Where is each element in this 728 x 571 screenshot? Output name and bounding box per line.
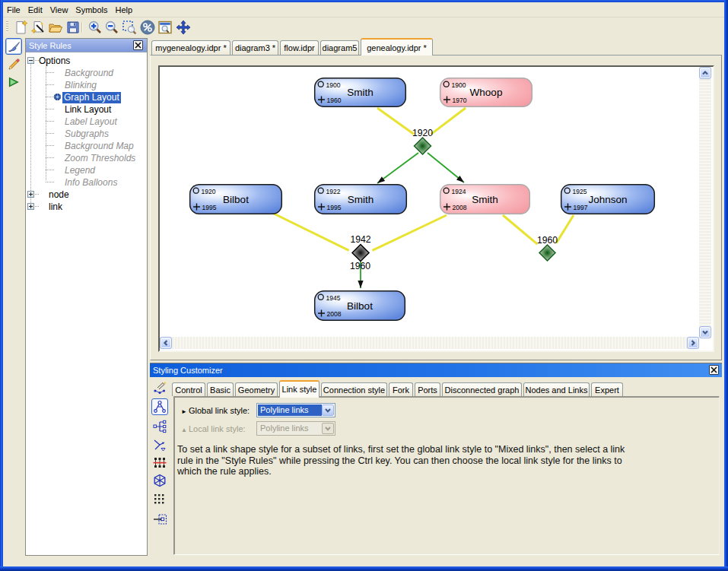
customizer-tab-expert[interactable]: Expert — [591, 382, 623, 396]
customizer-tab-connection-style[interactable]: Connection style — [321, 382, 387, 396]
customizer-tab-geometry[interactable]: Geometry — [235, 382, 278, 396]
customizer-tab-control[interactable]: Control — [172, 382, 205, 396]
scroll-up-button[interactable] — [699, 67, 711, 79]
menu-view[interactable]: View — [46, 2, 72, 17]
zoom-in-button[interactable] — [87, 20, 103, 35]
pan-button[interactable] — [176, 20, 191, 35]
document-tab-flow.idpr[interactable]: flow.idpr — [280, 40, 319, 55]
tree-item-node[interactable]: node — [26, 189, 147, 201]
grid-layout-button[interactable] — [152, 490, 167, 506]
zoom-out-button[interactable] — [104, 20, 119, 35]
menu-file[interactable]: File — [3, 2, 24, 17]
tree-item-background-map[interactable]: Background Map — [26, 140, 147, 152]
union-diamond-1960[interactable] — [539, 245, 555, 261]
child-edge — [377, 153, 418, 183]
styling-customizer-title-bar[interactable]: Styling Customizer — [150, 363, 722, 377]
style-brush-button[interactable] — [5, 38, 22, 55]
edit-pencil-button[interactable] — [5, 57, 22, 74]
document-tab-genealogy.idpr[interactable]: genealogy.idpr * — [361, 38, 433, 56]
new-wizard-button[interactable] — [30, 20, 46, 35]
tree-item-info-balloons[interactable]: Info Balloons — [26, 176, 147, 189]
tree-dash — [46, 182, 54, 182]
node-text: Bilbot — [223, 194, 249, 205]
person-node-bilbot-1920[interactable]: 19201995Bilbot — [190, 185, 282, 214]
circular-layout-button[interactable] — [152, 473, 167, 488]
tree-item-zoom-thresholds[interactable]: Zoom Thresholds — [26, 152, 147, 164]
customizer-tab-disconnected-graph[interactable]: Disconnected graph — [442, 382, 522, 396]
link-layout-button[interactable] — [152, 437, 167, 452]
style-rules-title-bar[interactable]: Style Rules — [26, 39, 147, 52]
scroll-right-button[interactable] — [687, 337, 699, 349]
customizer-tab-ports[interactable]: Ports — [415, 382, 440, 396]
customizer-tab-fork[interactable]: Fork — [389, 382, 413, 396]
node-text: Smith — [348, 194, 374, 205]
customizer-tab-nodes-and-links[interactable]: Nodes and Links — [523, 382, 590, 396]
styling-customizer-close-button[interactable] — [709, 365, 719, 375]
scroll-left-button[interactable] — [160, 337, 172, 349]
global-link-style-expander[interactable]: ► — [181, 408, 187, 415]
menu-bar: FileEditViewSymbolsHelp — [3, 2, 724, 17]
tree-item-options[interactable]: Options — [26, 55, 147, 67]
union-diamond-1920[interactable] — [415, 138, 431, 154]
menu-symbols[interactable]: Symbols — [72, 2, 111, 17]
customizer-wand-button[interactable] — [152, 381, 167, 396]
hierarchical-layout-button[interactable] — [151, 398, 168, 415]
customizer-tab-link-style[interactable]: Link style — [279, 380, 319, 398]
tree-item-subgraphs[interactable]: Subgraphs — [26, 128, 147, 140]
tree-item-label-layout[interactable]: Label Layout — [26, 116, 147, 128]
open-folder-button[interactable] — [48, 20, 63, 35]
node-text: 2008 — [327, 310, 342, 318]
tree-expander-minus[interactable] — [27, 57, 34, 64]
bus-layout-button[interactable] — [152, 455, 167, 471]
tree-item-graph-layout[interactable]: Graph Layout — [26, 91, 147, 103]
hierarchical-layout-icon — [152, 399, 167, 414]
tree-item-link-layout[interactable]: Link Layout — [26, 103, 147, 116]
overview-button[interactable] — [157, 20, 173, 35]
random-layout-button[interactable] — [152, 512, 167, 527]
union-label: 1960 — [537, 235, 558, 246]
vertical-scrollbar[interactable] — [699, 67, 711, 338]
person-node-johnson-1925[interactable]: 19251997Johnson — [561, 185, 655, 214]
run-button[interactable] — [5, 75, 22, 91]
tree-item-link[interactable]: link — [26, 201, 147, 213]
horizontal-scrollbar[interactable] — [160, 337, 699, 349]
node-text: 1900 — [452, 81, 466, 89]
customizer-tab-basic[interactable]: Basic — [207, 382, 234, 396]
style-rules-close-button[interactable] — [133, 40, 143, 50]
local-link-style-label: Local link style: — [189, 424, 246, 433]
person-node-smith-1900[interactable]: 19001960Smith — [315, 78, 406, 107]
zoom-percent-button[interactable] — [140, 20, 155, 35]
scroll-down-button[interactable] — [699, 326, 711, 338]
global-link-style-dropdown-button[interactable] — [322, 404, 334, 416]
chevron-right-icon — [688, 338, 698, 348]
zoom-selection-button[interactable] — [122, 20, 137, 35]
person-node-bilbot-1945[interactable]: 19452008Bilbot — [315, 291, 405, 321]
tree-layout-button[interactable] — [152, 419, 167, 434]
person-node-smith-1924[interactable]: 19242008Smith — [440, 185, 530, 214]
global-link-style-combobox[interactable]: Polyline links — [256, 403, 335, 417]
tree-dash — [46, 170, 54, 170]
marriage-edge — [556, 215, 574, 243]
person-node-whoop-1900[interactable]: 19001970Whoop — [440, 78, 532, 107]
person-node-smith-1922[interactable]: 19221995Smith — [315, 185, 407, 214]
tree-item-legend[interactable]: Legend — [26, 164, 147, 176]
toolbar-grip[interactable] — [6, 21, 8, 33]
tree-expander-plus[interactable] — [27, 203, 34, 210]
union-diamond-1942[interactable] — [352, 245, 369, 262]
chevron-down-icon — [323, 423, 333, 433]
menu-help[interactable]: Help — [112, 2, 137, 17]
tree-expander-plus[interactable] — [27, 191, 34, 198]
overview-icon — [157, 20, 173, 35]
new-document-button[interactable] — [14, 20, 29, 35]
tree-item-blinking[interactable]: Blinking — [26, 79, 147, 91]
new-document-icon — [14, 20, 29, 35]
node-text: 1970 — [453, 97, 467, 104]
zoom-selection-icon — [122, 20, 137, 35]
document-tab-mygenealogy.idpr[interactable]: mygenealogy.idpr * — [151, 40, 230, 55]
document-tab-diagram5[interactable]: diagram5 — [320, 40, 359, 55]
document-tab-diagram3[interactable]: diagram3 * — [232, 40, 278, 55]
tree-item-background[interactable]: Background — [26, 67, 147, 79]
save-button[interactable] — [65, 20, 81, 35]
menu-edit[interactable]: Edit — [24, 2, 46, 17]
diagram-canvas[interactable]: 1920194219601960 19001960Smith19001970Wh… — [158, 65, 714, 352]
